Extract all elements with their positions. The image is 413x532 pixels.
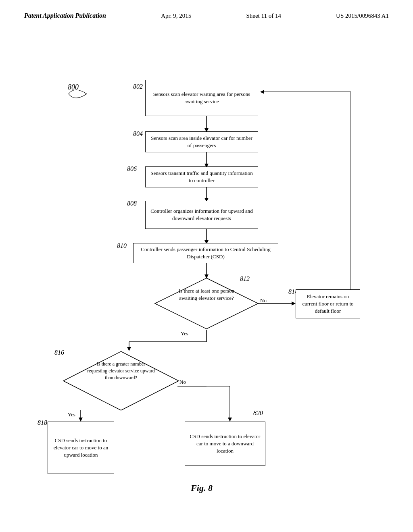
- node-802-text: Sensors scan elevator waiting area for p…: [150, 91, 254, 105]
- node-814-box: Elevator remains on current floor or ret…: [296, 289, 360, 318]
- start-indicator-svg: [63, 82, 95, 106]
- svg-marker-11: [292, 301, 296, 305]
- no-label-812: No: [260, 297, 267, 304]
- node-818-text: CSD sends instruction to elevator car to…: [52, 437, 110, 459]
- node-808-label: 808: [127, 200, 137, 207]
- node-802-box: Sensors scan elevator waiting area for p…: [145, 80, 258, 116]
- no-label-816: No: [179, 379, 186, 385]
- node-820-text: CSD sends instruction to elevator car to…: [189, 433, 261, 455]
- svg-marker-22: [260, 90, 264, 94]
- node-804-text: Sensors scan area inside elevator car fo…: [150, 135, 254, 149]
- node-814-text: Elevator remains on current floor or ret…: [300, 293, 356, 315]
- diagram-area: 800 802 Sensors scan elevator waiting ar…: [0, 23, 413, 507]
- publication-title: Patent Application Publication: [24, 12, 106, 19]
- node-818-label: 818: [38, 419, 47, 426]
- svg-marker-25: [228, 418, 232, 422]
- sheet-info: Sheet 11 of 14: [246, 12, 281, 19]
- node-804-label: 804: [133, 130, 143, 137]
- node-810-text: Controller sends passenger information t…: [138, 246, 274, 260]
- node-820-box: CSD sends instruction to elevator car to…: [185, 422, 265, 466]
- publication-date: Apr. 9, 2015: [161, 12, 191, 19]
- node-806-text: Sensors transmit traffic and quantity in…: [150, 170, 254, 184]
- node-802-label: 802: [133, 83, 143, 90]
- yes-label-816: Yes: [68, 411, 75, 418]
- figure-caption: Fig. 8: [141, 483, 262, 493]
- node-820-label: 820: [253, 409, 263, 417]
- page-header: Patent Application Publication Apr. 9, 2…: [0, 0, 413, 23]
- svg-marker-18: [79, 418, 83, 422]
- node-808-box: Controller organizes information for upw…: [145, 201, 258, 229]
- node-818-box: CSD sends instruction to elevator car to…: [48, 422, 114, 474]
- node-812-diamond: Is there at least one person awaiting el…: [154, 277, 259, 330]
- yes-label-812: Yes: [181, 330, 188, 337]
- patent-number: US 2015/0096843 A1: [336, 12, 389, 19]
- node-806-label: 806: [127, 165, 137, 172]
- node-810-box: Controller sends passenger information t…: [133, 243, 278, 263]
- node-816-diamond: Is there a greater number requesting ele…: [63, 351, 179, 411]
- node-808-text: Controller organizes information for upw…: [150, 208, 254, 222]
- node-810-label: 810: [117, 242, 127, 249]
- node-804-box: Sensors scan area inside elevator car fo…: [145, 131, 258, 152]
- node-806-box: Sensors transmit traffic and quantity in…: [145, 166, 258, 187]
